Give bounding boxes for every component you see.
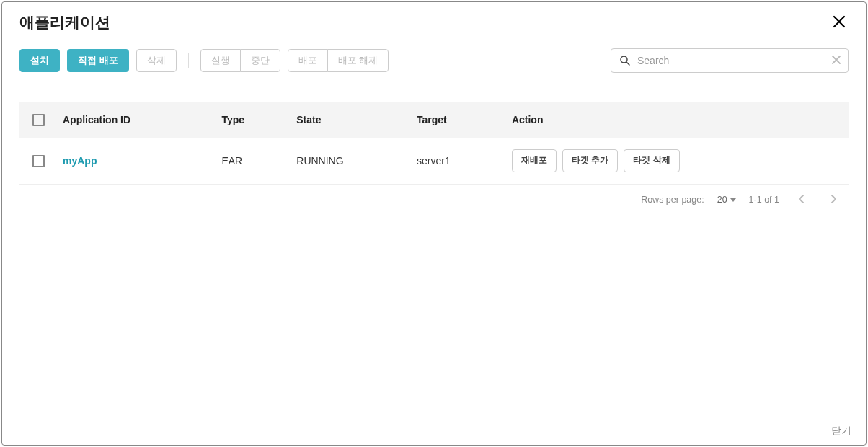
col-type: Type [213, 102, 288, 138]
select-all-checkbox[interactable] [32, 114, 45, 126]
row-actions: 재배포 타겟 추가 타겟 삭제 [512, 149, 840, 172]
deploy-group: 배포 배포 해제 [288, 49, 389, 72]
redeploy-button[interactable]: 재배포 [512, 149, 557, 172]
col-target: Target [408, 102, 503, 138]
col-state: State [288, 102, 408, 138]
chevron-left-icon [798, 195, 805, 203]
app-id-link[interactable]: myApp [63, 155, 97, 167]
stop-button[interactable]: 중단 [240, 49, 280, 72]
rows-per-page-label: Rows per page: [641, 195, 704, 205]
chevron-right-icon [830, 195, 837, 203]
add-target-button[interactable]: 타겟 추가 [562, 149, 618, 172]
svg-line-1 [626, 62, 629, 65]
cell-type: EAR [213, 138, 288, 185]
search-box[interactable] [611, 48, 849, 73]
prev-page-button[interactable] [792, 195, 811, 205]
install-button[interactable]: 설치 [19, 49, 60, 72]
col-action: Action [503, 102, 849, 138]
cell-target: server1 [408, 138, 503, 185]
dialog-footer: 닫기 [2, 417, 866, 445]
deploy-button[interactable]: 배포 [288, 49, 328, 72]
row-checkbox[interactable] [32, 155, 45, 167]
run-button[interactable]: 실행 [200, 49, 241, 72]
caret-down-icon [730, 198, 736, 202]
dialog-header: 애플리케이션 [2, 2, 866, 37]
run-stop-group: 실행 중단 [200, 49, 280, 72]
page-range: 1-1 of 1 [749, 195, 779, 205]
svg-point-0 [621, 56, 627, 63]
separator [188, 53, 189, 68]
search-icon [619, 54, 632, 67]
rows-per-page-value: 20 [717, 195, 727, 205]
toolbar: 설치 직접 배포 삭제 실행 중단 배포 배포 해제 [19, 48, 849, 73]
close-icon[interactable] [830, 11, 849, 34]
next-page-button[interactable] [824, 195, 843, 205]
pagination: Rows per page: 20 1-1 of 1 [19, 185, 849, 205]
rows-per-page-select[interactable]: 20 [717, 195, 736, 205]
undeploy-button[interactable]: 배포 해제 [327, 49, 389, 72]
close-button[interactable]: 닫기 [831, 425, 851, 438]
application-dialog: 애플리케이션 설치 직접 배포 삭제 실행 중단 배포 배포 해제 [1, 1, 867, 446]
table-row: myApp EAR RUNNING server1 재배포 타겟 추가 타겟 삭… [19, 138, 849, 185]
direct-deploy-button[interactable]: 직접 배포 [67, 49, 129, 72]
dialog-body: 설치 직접 배포 삭제 실행 중단 배포 배포 해제 [2, 37, 866, 417]
search-input[interactable] [632, 55, 832, 66]
delete-button[interactable]: 삭제 [136, 49, 177, 72]
clear-icon[interactable] [832, 54, 841, 67]
col-app-id: Application ID [54, 102, 213, 138]
applications-table: Application ID Type State Target Action … [19, 102, 849, 185]
dialog-title: 애플리케이션 [19, 12, 110, 32]
table-header-row: Application ID Type State Target Action [19, 102, 849, 138]
delete-target-button[interactable]: 타겟 삭제 [624, 149, 679, 172]
cell-state: RUNNING [288, 138, 408, 185]
